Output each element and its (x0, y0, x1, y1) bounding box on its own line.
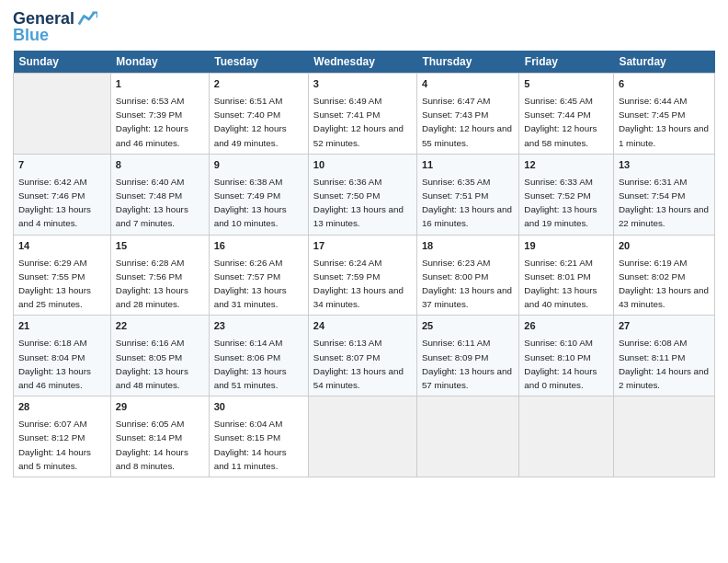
weekday-header-thursday: Thursday (416, 51, 518, 74)
calendar-cell: 29Sunrise: 6:05 AMSunset: 8:14 PMDayligh… (110, 396, 209, 477)
calendar-table: SundayMondayTuesdayWednesdayThursdayFrid… (13, 51, 715, 477)
cell-sunrise: Sunrise: 6:29 AM (18, 258, 87, 268)
cell-daylight: Daylight: 14 hours and 0 minutes. (524, 366, 597, 390)
cell-sunrise: Sunrise: 6:38 AM (214, 177, 283, 187)
weekday-header-sunday: Sunday (14, 51, 111, 74)
cell-sunrise: Sunrise: 6:44 AM (619, 96, 688, 106)
cell-sunset: Sunset: 8:10 PM (524, 352, 590, 362)
day-number: 17 (313, 239, 412, 254)
calendar-cell: 1Sunrise: 6:53 AMSunset: 7:39 PMDaylight… (110, 74, 209, 155)
calendar-cell (14, 74, 111, 155)
calendar-cell: 4Sunrise: 6:47 AMSunset: 7:43 PMDaylight… (416, 74, 518, 155)
cell-sunrise: Sunrise: 6:10 AM (524, 338, 593, 348)
cell-daylight: Daylight: 14 hours and 11 minutes. (214, 447, 287, 471)
day-number: 5 (524, 77, 609, 92)
day-number: 13 (619, 158, 710, 173)
cell-sunrise: Sunrise: 6:04 AM (214, 419, 283, 429)
cell-sunset: Sunset: 8:05 PM (116, 352, 182, 362)
weekday-header-tuesday: Tuesday (209, 51, 308, 74)
day-number: 9 (214, 158, 303, 173)
weekday-header-friday: Friday (519, 51, 614, 74)
day-number: 21 (18, 319, 106, 334)
cell-sunrise: Sunrise: 6:33 AM (524, 177, 593, 187)
calendar-cell: 18Sunrise: 6:23 AMSunset: 8:00 PMDayligh… (416, 235, 518, 316)
day-number: 16 (214, 239, 303, 254)
calendar-cell (416, 396, 518, 477)
cell-sunrise: Sunrise: 6:21 AM (524, 258, 593, 268)
cell-sunrise: Sunrise: 6:31 AM (619, 177, 688, 187)
day-number: 4 (422, 77, 514, 92)
cell-sunset: Sunset: 7:39 PM (116, 109, 182, 120)
calendar-cell: 17Sunrise: 6:24 AMSunset: 7:59 PMDayligh… (308, 235, 416, 316)
cell-daylight: Daylight: 13 hours and 34 minutes. (313, 285, 404, 309)
cell-sunset: Sunset: 8:00 PM (422, 271, 488, 282)
cell-sunrise: Sunrise: 6:19 AM (619, 258, 688, 268)
cell-sunset: Sunset: 7:57 PM (214, 271, 280, 282)
day-number: 25 (422, 319, 514, 334)
cell-daylight: Daylight: 12 hours and 58 minutes. (524, 123, 597, 147)
calendar-cell: 14Sunrise: 6:29 AMSunset: 7:55 PMDayligh… (14, 235, 111, 316)
cell-daylight: Daylight: 13 hours and 28 minutes. (116, 285, 188, 309)
calendar-cell: 30Sunrise: 6:04 AMSunset: 8:15 PMDayligh… (209, 396, 308, 477)
day-number: 30 (214, 400, 303, 415)
cell-daylight: Daylight: 13 hours and 48 minutes. (116, 366, 188, 390)
cell-daylight: Daylight: 13 hours and 16 minutes. (422, 204, 512, 228)
calendar-cell: 15Sunrise: 6:28 AMSunset: 7:56 PMDayligh… (110, 235, 209, 316)
cell-daylight: Daylight: 12 hours and 55 minutes. (422, 123, 512, 147)
cell-daylight: Daylight: 12 hours and 49 minutes. (214, 123, 287, 147)
cell-sunset: Sunset: 7:48 PM (116, 190, 182, 201)
calendar-cell: 27Sunrise: 6:08 AMSunset: 8:11 PMDayligh… (613, 316, 714, 396)
cell-sunrise: Sunrise: 6:05 AM (116, 419, 185, 429)
header: General Blue (13, 9, 715, 45)
calendar-cell: 24Sunrise: 6:13 AMSunset: 8:07 PMDayligh… (308, 316, 416, 396)
day-number: 7 (18, 158, 106, 173)
cell-daylight: Daylight: 13 hours and 43 minutes. (619, 285, 709, 309)
cell-daylight: Daylight: 13 hours and 4 minutes. (18, 204, 91, 228)
cell-sunrise: Sunrise: 6:07 AM (18, 419, 87, 429)
day-number: 14 (18, 239, 106, 254)
cell-sunrise: Sunrise: 6:13 AM (313, 338, 382, 348)
calendar-cell: 23Sunrise: 6:14 AMSunset: 8:06 PMDayligh… (209, 316, 308, 396)
day-number: 11 (422, 158, 514, 173)
cell-daylight: Daylight: 14 hours and 8 minutes. (116, 447, 188, 471)
calendar-cell: 9Sunrise: 6:38 AMSunset: 7:49 PMDaylight… (209, 154, 308, 235)
cell-sunset: Sunset: 7:55 PM (18, 271, 85, 282)
calendar-cell: 2Sunrise: 6:51 AMSunset: 7:40 PMDaylight… (209, 74, 308, 155)
cell-sunrise: Sunrise: 6:26 AM (214, 258, 283, 268)
cell-daylight: Daylight: 13 hours and 46 minutes. (18, 366, 91, 390)
calendar-cell (308, 396, 416, 477)
cell-sunrise: Sunrise: 6:18 AM (18, 338, 87, 348)
calendar-cell: 22Sunrise: 6:16 AMSunset: 8:05 PMDayligh… (110, 316, 209, 396)
cell-sunrise: Sunrise: 6:49 AM (313, 96, 382, 106)
calendar-cell: 20Sunrise: 6:19 AMSunset: 8:02 PMDayligh… (613, 235, 714, 316)
calendar-cell (519, 396, 614, 477)
cell-sunset: Sunset: 7:51 PM (422, 190, 488, 201)
day-number: 12 (524, 158, 609, 173)
cell-daylight: Daylight: 13 hours and 7 minutes. (116, 204, 188, 228)
day-number: 15 (116, 239, 204, 254)
calendar-cell: 25Sunrise: 6:11 AMSunset: 8:09 PMDayligh… (416, 316, 518, 396)
calendar-cell: 7Sunrise: 6:42 AMSunset: 7:46 PMDaylight… (14, 154, 111, 235)
weekday-header-monday: Monday (110, 51, 209, 74)
cell-sunset: Sunset: 7:43 PM (422, 109, 488, 120)
cell-sunset: Sunset: 8:12 PM (18, 432, 85, 442)
main-container: General Blue SundayMondayTuesdayWednesda… (0, 0, 728, 487)
cell-daylight: Daylight: 13 hours and 22 minutes. (619, 204, 709, 228)
day-number: 27 (619, 319, 710, 334)
cell-sunset: Sunset: 7:46 PM (18, 190, 85, 201)
week-row-2: 7Sunrise: 6:42 AMSunset: 7:46 PMDaylight… (14, 154, 715, 235)
cell-sunrise: Sunrise: 6:35 AM (422, 177, 491, 187)
cell-daylight: Daylight: 12 hours and 46 minutes. (116, 123, 188, 147)
cell-sunset: Sunset: 7:56 PM (116, 271, 182, 282)
calendar-cell: 28Sunrise: 6:07 AMSunset: 8:12 PMDayligh… (14, 396, 111, 477)
day-number: 24 (313, 319, 412, 334)
cell-sunset: Sunset: 8:14 PM (116, 432, 182, 442)
cell-daylight: Daylight: 13 hours and 40 minutes. (524, 285, 597, 309)
cell-sunrise: Sunrise: 6:53 AM (116, 96, 185, 106)
week-row-1: 1Sunrise: 6:53 AMSunset: 7:39 PMDaylight… (14, 74, 715, 155)
cell-sunrise: Sunrise: 6:42 AM (18, 177, 87, 187)
cell-sunset: Sunset: 8:02 PM (619, 271, 685, 282)
cell-daylight: Daylight: 14 hours and 5 minutes. (18, 447, 91, 471)
weekday-header-wednesday: Wednesday (308, 51, 416, 74)
logo: General Blue (13, 9, 97, 45)
